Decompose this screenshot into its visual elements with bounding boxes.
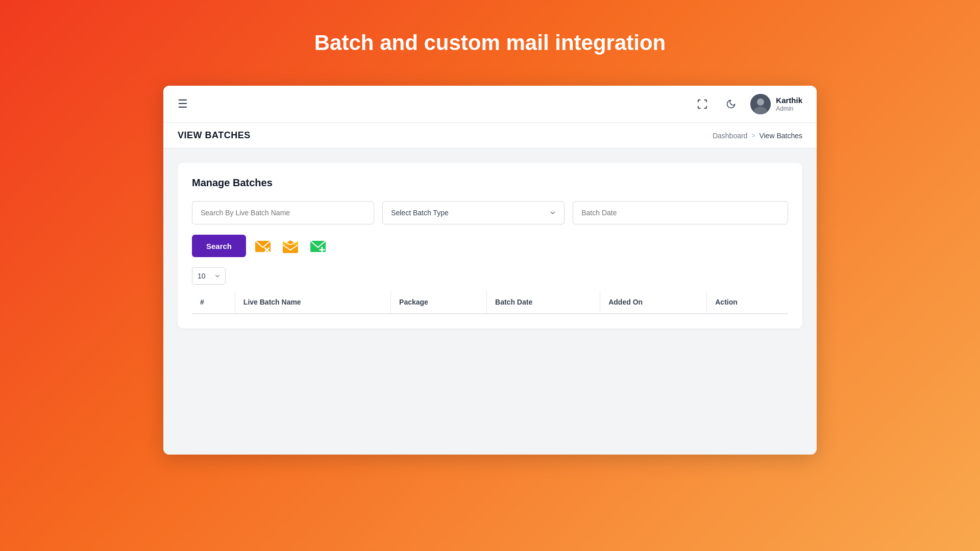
export-button[interactable] [252,235,274,257]
data-table: # Live Batch Name Package Batch Date Add… [192,291,788,314]
page-main-title: Batch and custom mail integration [314,31,666,55]
breadcrumb-bar: VIEW BATCHES Dashboard > View Batches [163,123,817,148]
search-input[interactable] [192,201,374,224]
hamburger-icon[interactable]: ☰ [178,98,188,110]
table-header-row: # Live Batch Name Package Batch Date Add… [192,291,788,314]
user-name: Karthik [776,96,802,105]
svg-point-1 [757,98,764,106]
avatar-image [750,94,771,114]
avatar [750,94,771,114]
action-row: Search [192,235,788,257]
col-added-on: Added On [600,291,707,314]
breadcrumb-home[interactable]: Dashboard [713,132,748,140]
nav-left: ☰ [178,98,188,110]
nav-bar: ☰ [163,86,817,123]
filter-row: Select Batch Type [192,201,788,224]
open-batches-button[interactable] [280,235,301,257]
user-role: Admin [776,105,802,112]
col-package: Package [391,291,487,314]
export-mail-icon [254,237,272,255]
manage-title: Manage Batches [192,177,788,189]
fullscreen-button[interactable] [693,95,712,113]
table-controls: 10 25 50 100 [192,267,788,285]
col-live-batch-name: Live Batch Name [235,291,390,314]
add-mail-button[interactable] [307,235,329,257]
nav-right: Karthik Admin [693,94,802,114]
main-card: ☰ [163,86,817,455]
manage-card: Manage Batches Select Batch Type Search [178,163,802,329]
rows-per-page-select[interactable]: 10 25 50 100 [192,267,226,285]
moon-icon [726,99,736,109]
dark-mode-button[interactable] [722,95,740,113]
col-batch-date: Batch Date [487,291,600,314]
open-mail-icon [281,237,300,255]
breadcrumb: Dashboard > View Batches [713,132,802,140]
search-button[interactable]: Search [192,235,246,257]
breadcrumb-separator: > [751,132,755,139]
add-mail-icon [309,237,327,255]
batch-date-input[interactable] [573,201,788,224]
breadcrumb-current: View Batches [759,132,802,140]
content-area: Manage Batches Select Batch Type Search [163,148,817,455]
user-text: Karthik Admin [776,96,802,112]
col-number: # [192,291,235,314]
batch-type-select[interactable]: Select Batch Type [382,201,565,224]
user-info[interactable]: Karthik Admin [750,94,802,114]
page-heading: VIEW BATCHES [178,130,251,141]
col-action: Action [707,291,788,314]
fullscreen-icon [697,98,708,110]
